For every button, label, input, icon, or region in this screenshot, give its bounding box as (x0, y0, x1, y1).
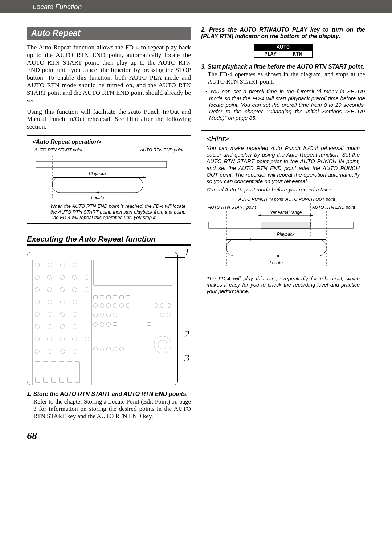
playback-label: Playback (89, 171, 107, 176)
left-column: Auto Repeat The Auto Repeat function all… (27, 27, 191, 420)
step-1-head: 1. Store the AUTO RTN START and AUTO RTN… (27, 391, 191, 397)
display-indicator: AUTO PLAY RTN (254, 44, 313, 58)
hint-box: <Hint> You can make repeated Auto Punch … (201, 130, 365, 299)
svg-text:Locate: Locate (270, 260, 283, 265)
step-1-body: Refer to the chapter Storing a Locate Po… (33, 398, 191, 420)
intro-para-1: The Auto Repeat function allows the FD-4… (27, 44, 191, 104)
callout-2: 2 (184, 328, 189, 340)
hint-caption: The FD-4 will play this range repeatedly… (207, 276, 360, 295)
diagram-caption: When the AUTO RTN END point is reached, … (50, 203, 185, 220)
section-title: Auto Repeat (27, 27, 191, 40)
svg-marker-6 (96, 191, 99, 194)
right-column: 2. Press the AUTO RTN/AUTO PLAY key to t… (201, 27, 365, 420)
page-number: 68 (0, 427, 392, 451)
end-point-label: AUTO RTN END point (140, 147, 183, 153)
svg-text:AUTO RTN END point: AUTO RTN END point (312, 205, 355, 210)
svg-marker-17 (310, 214, 313, 216)
svg-marker-25 (275, 255, 279, 257)
header-breadcrumb: Locate Function (0, 0, 392, 13)
display-play-label: PLAY (264, 51, 277, 57)
device-illustration (27, 252, 178, 385)
hint-para-1: You can make repeated Auto Punch In/Out … (207, 145, 360, 185)
display-auto-label: AUTO (254, 44, 312, 51)
svg-text:AUTO PUNCH IN point: AUTO PUNCH IN point (238, 197, 283, 202)
diagram-title: <Auto Repeat operation> (32, 139, 185, 145)
svg-marker-5 (143, 176, 146, 179)
hint-para-2: Cancel Auto Repeat mode before you recor… (207, 186, 360, 193)
svg-rect-3 (52, 177, 143, 193)
callout-3: 3 (184, 352, 189, 364)
svg-rect-22 (226, 239, 326, 256)
locate-label: Locate (91, 195, 104, 200)
svg-rect-2 (36, 161, 167, 168)
auto-repeat-diagram: <Auto Repeat operation> AUTO RTN START p… (27, 135, 191, 224)
intro-para-2: Using this function will facilitate the … (27, 108, 191, 130)
page-columns: Auto Repeat The Auto Repeat function all… (0, 13, 392, 427)
hint-diagram: AUTO PUNCH IN point AUTO PUNCH OUT point… (207, 197, 355, 273)
display-rtn-label: RTN (293, 51, 302, 57)
svg-text:AUTO PUNCH OUT point: AUTO PUNCH OUT point (285, 197, 335, 202)
step-3-body: The FD-4 operates as shown in the diagra… (208, 71, 365, 85)
svg-marker-24 (250, 238, 254, 241)
start-point-label: AUTO RTN START point (34, 147, 82, 153)
divider (27, 244, 191, 246)
svg-text:Playback: Playback (277, 232, 295, 237)
repeat-diagram-svg: Playback Locate (32, 155, 170, 202)
preroll-note: • You can set a preroll time in the [Pre… (209, 88, 365, 121)
callout-1: 1 (184, 246, 189, 258)
step-3-head: 3. Start playback a little before the AU… (201, 64, 365, 70)
svg-text:AUTO RTN START point: AUTO RTN START point (208, 205, 256, 210)
svg-marker-16 (258, 214, 261, 216)
svg-rect-20 (261, 222, 310, 228)
subsection-title: Executing the Auto Repeat function (27, 235, 191, 243)
step-2-head: 2. Press the AUTO RTN/AUTO PLAY key to t… (201, 27, 365, 40)
svg-text:Rehearsal range: Rehearsal range (270, 210, 302, 215)
hint-title: <Hint> (207, 134, 360, 143)
